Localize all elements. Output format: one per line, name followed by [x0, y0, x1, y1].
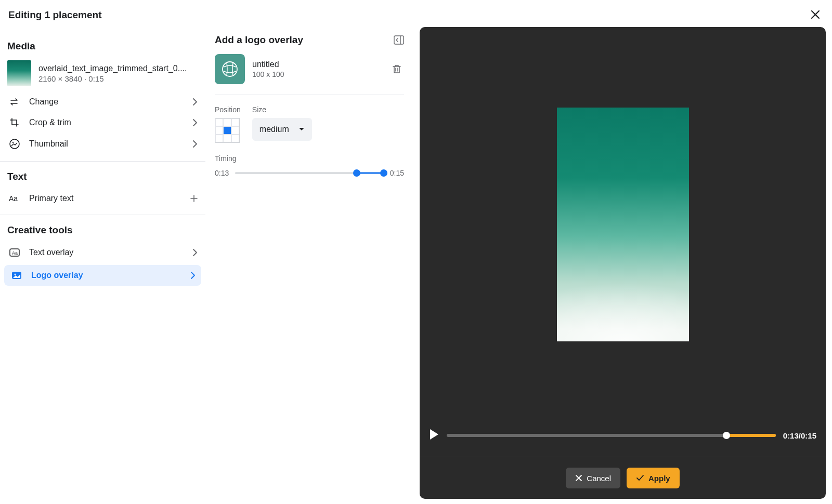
image-icon — [9, 138, 20, 150]
pos-bot-center[interactable] — [223, 135, 231, 142]
overlay-settings: Add a logo overlay untitled 100 x 100 Po… — [205, 27, 413, 504]
globe-icon — [220, 60, 239, 78]
section-text-title: Text — [0, 162, 205, 189]
timing-start: 0:13 — [215, 169, 229, 177]
apply-button[interactable]: Apply — [627, 468, 680, 488]
media-filename: overlaid_text_image_trimmed_start_0.... — [38, 64, 198, 73]
media-meta: 2160 × 3840 · 0:15 — [38, 74, 198, 83]
close-button[interactable] — [808, 7, 823, 22]
position-label: Position — [215, 105, 241, 114]
pos-bot-left[interactable] — [215, 135, 223, 142]
crop-trim-label: Crop & trim — [29, 118, 185, 127]
media-item[interactable]: overlaid_text_image_trimmed_start_0.... … — [0, 58, 205, 91]
logo-name: untitled — [252, 60, 382, 69]
size-label: Size — [252, 105, 312, 114]
chevron-right-icon — [190, 271, 196, 280]
text-aa-icon: Aa — [9, 194, 20, 203]
swap-icon — [9, 97, 20, 107]
overlay-title: Add a logo overlay — [215, 34, 303, 46]
picture-icon — [11, 270, 22, 281]
sidebar: Media overlaid_text_image_trimmed_start_… — [0, 27, 205, 504]
x-icon — [575, 474, 582, 482]
logo-thumbnail — [215, 54, 245, 84]
pos-mid-left[interactable] — [215, 126, 223, 134]
play-button[interactable] — [429, 429, 439, 442]
pos-mid-center[interactable] — [223, 126, 231, 134]
pos-top-left[interactable] — [215, 118, 223, 126]
svg-point-0 — [10, 139, 19, 149]
time-display: 0:13/0:15 — [783, 431, 816, 440]
logo-asset-row: untitled 100 x 100 — [215, 54, 404, 95]
change-label: Change — [29, 97, 185, 107]
text-overlay-label: Text overlay — [29, 248, 185, 257]
caret-down-icon — [298, 127, 305, 131]
thumbnail-item[interactable]: Thumbnail — [0, 133, 205, 155]
svg-rect-7 — [394, 36, 404, 44]
progress-fill — [726, 434, 776, 437]
pos-bot-right[interactable] — [231, 135, 239, 142]
cancel-button[interactable]: Cancel — [566, 468, 620, 488]
chevron-right-icon — [192, 98, 198, 106]
plus-icon — [190, 194, 198, 203]
primary-text-item[interactable]: Aa Primary text — [0, 189, 205, 208]
logo-overlay-label: Logo overlay — [31, 271, 183, 280]
section-tools-title: Creative tools — [0, 215, 205, 242]
position-grid[interactable] — [215, 118, 240, 143]
change-item[interactable]: Change — [0, 91, 205, 112]
progress-bar[interactable] — [447, 434, 776, 437]
section-media-title: Media — [0, 31, 205, 58]
action-bar: Cancel Apply — [420, 457, 826, 499]
timing-end: 0:15 — [390, 169, 404, 177]
trash-icon — [392, 64, 401, 74]
preview-panel: 0:13/0:15 Cancel Apply — [420, 27, 826, 499]
crop-icon — [9, 117, 20, 128]
cancel-label: Cancel — [587, 474, 611, 483]
chevron-right-icon — [192, 118, 198, 127]
primary-text-label: Primary text — [29, 194, 183, 203]
logo-dimensions: 100 x 100 — [252, 70, 382, 78]
text-box-icon: Aa — [9, 247, 20, 258]
timing-slider[interactable] — [235, 167, 384, 179]
player-bar: 0:13/0:15 — [420, 421, 826, 457]
svg-text:Aa: Aa — [9, 194, 18, 203]
timing-label: Timing — [215, 154, 404, 163]
progress-thumb[interactable] — [723, 432, 730, 439]
page-title: Editing 1 placement — [8, 9, 101, 21]
play-icon — [429, 429, 439, 440]
svg-point-1 — [12, 142, 14, 143]
chevron-right-icon — [192, 248, 198, 257]
apply-label: Apply — [648, 474, 670, 483]
pos-top-center[interactable] — [223, 118, 231, 126]
panel-collapse-icon[interactable] — [394, 35, 404, 45]
svg-point-6 — [15, 274, 16, 275]
crop-trim-item[interactable]: Crop & trim — [0, 112, 205, 133]
close-icon — [810, 9, 821, 20]
delete-logo-button[interactable] — [389, 62, 404, 76]
size-value: medium — [259, 125, 289, 134]
size-dropdown[interactable]: medium — [252, 118, 312, 141]
svg-text:Aa: Aa — [12, 250, 18, 256]
text-overlay-item[interactable]: Aa Text overlay — [0, 242, 205, 263]
preview-image — [557, 108, 689, 341]
svg-point-9 — [223, 62, 237, 76]
logo-overlay-item[interactable]: Logo overlay — [4, 265, 201, 286]
thumbnail-label: Thumbnail — [29, 139, 185, 149]
timing-thumb-start[interactable] — [353, 169, 360, 177]
timing-thumb-end[interactable] — [380, 169, 387, 177]
pos-top-right[interactable] — [231, 118, 239, 126]
chevron-right-icon — [192, 140, 198, 148]
pos-mid-right[interactable] — [231, 126, 239, 134]
media-thumbnail — [7, 60, 31, 86]
check-icon — [636, 474, 644, 482]
